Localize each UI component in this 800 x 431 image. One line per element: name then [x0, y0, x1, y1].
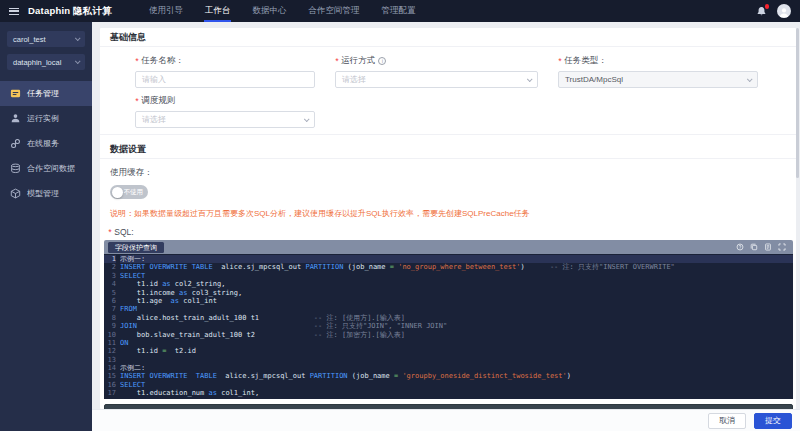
required-icon: * — [108, 227, 111, 237]
brand-title: Dataphin 隐私计算 — [28, 5, 112, 18]
task-type-select[interactable]: TrustDA/MpcSql — [558, 71, 758, 88]
task-form-card: 基础信息 *任务名称： 请输入 *运行方式 请选择 *任务类型： TrustD — [100, 28, 796, 409]
topbar-actions — [756, 4, 791, 18]
avatar[interactable] — [777, 4, 791, 18]
help-icon[interactable] — [736, 243, 744, 251]
coop-space-data-icon — [10, 163, 21, 174]
sql-editor-toolbar: 字段保护查询 — [104, 240, 793, 254]
schedule-rule-label: *调度规则 — [135, 95, 315, 107]
submit-button[interactable]: 提交 — [754, 413, 792, 429]
code-line: ON — [120, 339, 793, 347]
use-cache-label: 使用缓存： — [110, 167, 786, 179]
cache-toggle-text: 不使用 — [124, 188, 144, 197]
run-mode-placeholder: 请选择 — [342, 74, 366, 85]
line-number: 1 — [104, 255, 116, 263]
cancel-button[interactable]: 取消 — [708, 413, 746, 429]
workspace-selector[interactable]: dataphin_local — [7, 54, 85, 70]
nav-tab[interactable]: 管理配置 — [370, 0, 426, 22]
run-instance-icon — [10, 113, 21, 124]
task-manage-icon — [10, 88, 21, 99]
toggle-knob-icon — [112, 187, 123, 198]
workspace-selector-value: carol_test — [13, 35, 46, 44]
online-service-icon — [10, 138, 21, 149]
chevron-down-icon — [527, 76, 533, 82]
code-line: t1.education_num as col1_int, — [120, 389, 793, 397]
schedule-rule-select[interactable]: 请选择 — [135, 111, 315, 128]
sidebar-item[interactable]: 在线服务 — [0, 131, 92, 156]
cache-toggle[interactable]: 不使用 — [110, 185, 148, 199]
sql-check-result-panel[interactable]: SQL检查结果: — [104, 404, 793, 409]
code-line: SELECT — [120, 381, 793, 389]
cache-note-text: 说明：如果数据量级超过百万且需要多次SQL分析，建议使用缓存以提升SQL执行效率… — [110, 208, 786, 219]
sidebar-menu: 任务管理运行实例在线服务合作空间数据模型管理 — [0, 81, 92, 206]
code-line: t1.id = t2.id — [120, 347, 793, 355]
line-number: 11 — [104, 339, 116, 347]
line-number: 4 — [104, 280, 116, 288]
fullscreen-icon[interactable] — [778, 243, 786, 251]
footer-bar: 取消 提交 — [92, 409, 800, 431]
scrollbar[interactable] — [796, 28, 799, 178]
line-number: 8 — [104, 314, 116, 322]
workspace-selector[interactable]: carol_test — [7, 31, 85, 47]
sql-label: SQL: — [114, 227, 133, 237]
code-line: 示例二: — [120, 364, 793, 372]
model-manage-icon — [10, 188, 21, 199]
sidebar-item-label: 在线服务 — [27, 138, 59, 149]
nav-tab[interactable]: 合作空间管理 — [297, 0, 370, 22]
sidebar-item[interactable]: 运行实例 — [0, 106, 92, 131]
workspace-selector-value: dataphin_local — [13, 58, 61, 67]
task-name-field: *任务名称： 请输入 — [135, 55, 315, 88]
required-icon: * — [135, 56, 138, 66]
line-number: 9 — [104, 322, 116, 330]
topbar: Dataphin 隐私计算 使用引导工作台数据中心合作空间管理管理配置 — [0, 0, 800, 22]
chevron-down-icon — [747, 76, 753, 82]
main-area: 基础信息 *任务名称： 请输入 *运行方式 请选择 *任务类型： TrustD — [92, 22, 800, 431]
sidebar-item-label: 运行实例 — [27, 113, 59, 124]
nav-tab[interactable]: 数据中心 — [241, 0, 297, 22]
copy-icon[interactable] — [750, 243, 758, 251]
line-number: 7 — [104, 305, 116, 313]
notification-badge — [765, 4, 770, 9]
sidebar-item[interactable]: 任务管理 — [0, 81, 92, 106]
data-settings-section: 数据设置 使用缓存： 不使用 说明：如果数据量级超过百万且需要多次SQL分析，建… — [100, 134, 796, 219]
code-line: JOIN -- 注: 只支持"JOIN", "INNER JOIN" — [120, 322, 793, 330]
task-name-input[interactable]: 请输入 — [135, 71, 315, 88]
info-icon[interactable] — [378, 57, 386, 65]
line-number: 13 — [104, 356, 116, 364]
code-line: t1.income as col3_string, — [120, 289, 793, 297]
sql-code-area[interactable]: 1234567891011121314151617 示例一:INSERT OVE… — [104, 254, 793, 399]
code-line — [120, 356, 793, 364]
hamburger-menu-icon[interactable] — [9, 8, 19, 15]
field-protection-query-button[interactable]: 字段保护查询 — [108, 242, 164, 253]
section-basic-info-title: 基础信息 — [100, 28, 796, 47]
required-icon: * — [335, 56, 338, 66]
task-type-field: *任务类型： TrustDA/MpcSql — [558, 55, 758, 88]
schedule-rule-placeholder: 请选择 — [142, 114, 166, 125]
code-line: INSERT OVERWRITE TABLE alice.sj_mpcsql_o… — [120, 263, 793, 271]
topbar-nav: 使用引导工作台数据中心合作空间管理管理配置 — [138, 0, 427, 22]
editor-toolbar-icons — [736, 243, 786, 251]
line-number: 5 — [104, 289, 116, 297]
sidebar: carol_testdataphin_local 任务管理运行实例在线服务合作空… — [0, 22, 92, 431]
sql-editor: 字段保护查询 1234567891011121314151617 示例一:INS… — [104, 240, 793, 399]
nav-tab[interactable]: 使用引导 — [138, 0, 194, 22]
required-icon: * — [558, 56, 561, 66]
nav-tab[interactable]: 工作台 — [194, 0, 242, 22]
run-mode-select[interactable]: 请选择 — [335, 71, 538, 88]
line-number: 10 — [104, 331, 116, 339]
editor-code: 示例一:INSERT OVERWRITE TABLE alice.sj_mpcs… — [120, 255, 793, 399]
code-line: SELECT — [120, 272, 793, 280]
sidebar-item[interactable]: 合作空间数据 — [0, 156, 92, 181]
run-mode-field: *运行方式 请选择 — [335, 55, 538, 88]
section-data-settings-title: 数据设置 — [100, 141, 796, 159]
line-number: 12 — [104, 347, 116, 355]
schedule-rule-field: *调度规则 请选择 — [135, 95, 315, 128]
sidebar-item[interactable]: 模型管理 — [0, 181, 92, 206]
bell-icon[interactable] — [756, 6, 767, 17]
chevron-down-icon — [304, 116, 310, 122]
content-area: 基础信息 *任务名称： 请输入 *运行方式 请选择 *任务类型： TrustD — [92, 22, 800, 409]
task-type-label: *任务类型： — [558, 55, 758, 67]
document-icon[interactable] — [764, 243, 772, 251]
line-number: 6 — [104, 297, 116, 305]
line-number: 14 — [104, 364, 116, 372]
